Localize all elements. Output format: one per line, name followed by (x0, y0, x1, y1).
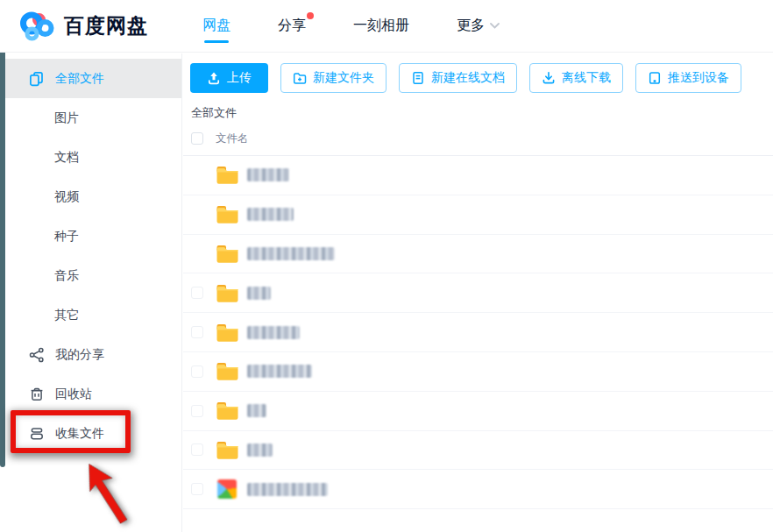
sidebar-item-label: 种子 (54, 229, 79, 245)
upload-button-label: 上传 (227, 70, 252, 86)
sidebar-item-label: 其它 (54, 308, 79, 323)
row-checkbox[interactable] (191, 326, 203, 338)
blurred-file-name (247, 326, 300, 339)
new-folder-button[interactable]: 新建文件夹 (280, 63, 386, 93)
sidebar-item-label: 音乐 (54, 268, 79, 284)
left-edge-strip (0, 53, 5, 467)
table-row[interactable] (183, 352, 773, 392)
new-online-doc-button[interactable]: 新建在线文档 (399, 63, 517, 93)
table-row[interactable] (183, 156, 773, 195)
blurred-file-name (247, 168, 289, 181)
folder-icon (216, 401, 238, 421)
blurred-file-name (247, 247, 335, 260)
sidebar-item-label: 全部文件 (55, 71, 104, 87)
sidebar-item-music[interactable]: 音乐 (0, 256, 181, 295)
button-label: 推送到设备 (668, 70, 729, 86)
sidebar-item-recycle-bin[interactable]: 回收站 (0, 374, 181, 414)
folder-plus-icon (293, 71, 307, 85)
table-row[interactable] (183, 195, 773, 235)
tab-more[interactable]: 更多 (457, 0, 500, 53)
column-header-filename: 文件名 (216, 131, 249, 146)
sidebar-item-all-files[interactable]: 全部文件 (0, 59, 181, 98)
sidebar-item-label: 文档 (54, 150, 79, 166)
notification-dot (307, 12, 314, 19)
push-to-device-button[interactable]: 推送到设备 (635, 63, 741, 93)
sidebar-item-images[interactable]: 图片 (0, 98, 181, 138)
brand[interactable]: 百度网盘 (19, 10, 148, 43)
folder-icon (216, 166, 238, 185)
tab-share[interactable]: 分享 (278, 0, 306, 53)
blurred-file-name (247, 404, 266, 417)
button-label: 离线下载 (562, 70, 611, 86)
folder-icon (216, 244, 238, 263)
download-icon (542, 71, 556, 85)
inbox-icon (29, 426, 45, 442)
folder-icon (216, 440, 238, 459)
row-checkbox[interactable] (191, 483, 203, 495)
row-checkbox[interactable] (191, 365, 203, 378)
tab-netdisk[interactable]: 网盘 (202, 0, 230, 53)
table-row[interactable] (183, 431, 773, 471)
upload-icon (207, 71, 221, 85)
baidu-netdisk-logo-icon (19, 10, 56, 43)
folder-icon (216, 283, 238, 302)
folder-icon (216, 205, 238, 224)
folder-icon (216, 362, 238, 381)
button-label: 新建文件夹 (313, 70, 374, 86)
share-icon (29, 347, 45, 363)
device-icon (648, 71, 662, 85)
top-navbar: 百度网盘 网盘 分享 一刻相册 更多 (0, 0, 773, 53)
sidebar-item-label: 图片 (54, 110, 79, 126)
row-checkbox[interactable] (191, 405, 203, 417)
table-row[interactable] (183, 273, 773, 313)
main-content: 上传 新建文件夹新建在线文档离线下载推送到设备 全部文件 文件名 (183, 53, 773, 532)
offline-download-button[interactable]: 离线下载 (529, 63, 623, 93)
sidebar-item-label: 视频 (54, 189, 79, 205)
archive-file-icon (217, 479, 237, 499)
toolbar-secondary-buttons: 新建文件夹新建在线文档离线下载推送到设备 (280, 63, 741, 93)
active-tab-underline (204, 40, 229, 43)
button-label: 新建在线文档 (431, 70, 505, 86)
row-checkbox[interactable] (191, 443, 203, 456)
sidebar-item-label: 收集文件 (55, 426, 104, 442)
breadcrumb: 全部文件 (191, 105, 773, 121)
navbar-tabs: 网盘 分享 一刻相册 更多 (202, 0, 500, 53)
upload-button[interactable]: 上传 (190, 63, 268, 93)
file-list (183, 156, 773, 509)
sidebar-item-documents[interactable]: 文档 (0, 138, 181, 177)
sidebar-item-label: 我的分享 (55, 347, 104, 363)
select-all-checkbox[interactable] (191, 132, 203, 145)
brand-title: 百度网盘 (64, 12, 148, 39)
blurred-file-name (247, 208, 294, 221)
sidebar-item-others[interactable]: 其它 (0, 295, 181, 335)
sidebar-item-torrents[interactable]: 种子 (0, 216, 181, 256)
blurred-file-name (247, 443, 273, 457)
blurred-file-name (247, 287, 271, 300)
chevron-down-icon (490, 23, 500, 29)
table-row[interactable] (183, 392, 773, 431)
table-row[interactable] (183, 235, 773, 274)
baidu-netdisk-app: 百度网盘 网盘 分享 一刻相册 更多 全部文件图片文档视频种子音乐其它我 (0, 0, 773, 532)
toolbar: 上传 新建文件夹新建在线文档离线下载推送到设备 (183, 53, 773, 93)
files-icon (29, 71, 45, 87)
sidebar-item-my-shares[interactable]: 我的分享 (0, 335, 181, 374)
table-row[interactable] (183, 470, 773, 509)
tab-moment-album[interactable]: 一刻相册 (353, 0, 409, 53)
doc-icon (411, 71, 425, 85)
table-row[interactable] (183, 313, 773, 352)
sidebar-item-label: 回收站 (55, 387, 92, 402)
sidebar: 全部文件图片文档视频种子音乐其它我的分享回收站收集文件 (0, 53, 182, 532)
row-checkbox[interactable] (191, 287, 203, 299)
sidebar-nav: 全部文件图片文档视频种子音乐其它我的分享回收站收集文件 (0, 59, 181, 453)
folder-icon (216, 323, 238, 342)
sidebar-item-videos[interactable]: 视频 (0, 177, 181, 216)
sidebar-item-collect-files[interactable]: 收集文件 (0, 414, 181, 453)
trash-icon (29, 387, 45, 402)
list-header-row: 文件名 (183, 124, 773, 153)
blurred-file-name (247, 483, 328, 496)
blurred-file-name (247, 365, 312, 378)
